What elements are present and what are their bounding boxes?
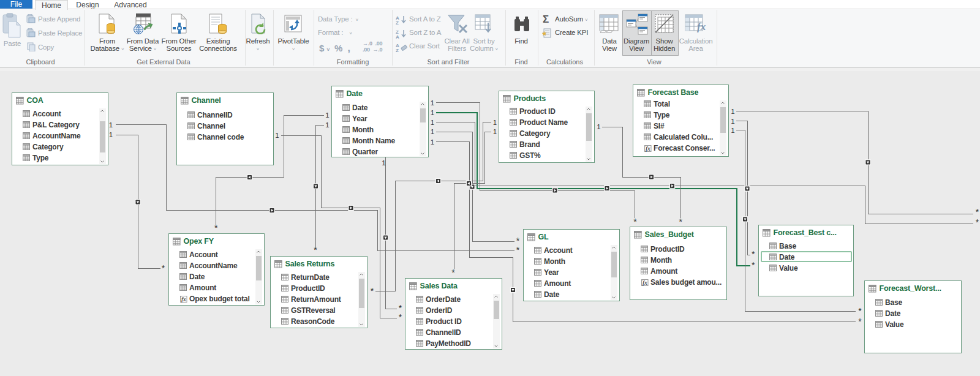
svg-text:fx: fx — [181, 296, 186, 303]
svg-text:fx: fx — [643, 280, 647, 286]
svg-text:*: * — [858, 306, 862, 316]
svg-text:1: 1 — [431, 99, 434, 107]
svg-text:*: * — [162, 263, 165, 273]
svg-text:*: * — [858, 317, 862, 326]
svg-text:1: 1 — [431, 138, 434, 146]
svg-text:*: * — [399, 312, 402, 322]
svg-text:1: 1 — [431, 109, 434, 116]
svg-text:*: * — [679, 217, 683, 227]
svg-text:*: * — [633, 217, 637, 227]
svg-text:1: 1 — [493, 128, 497, 135]
svg-text:1: 1 — [731, 108, 734, 115]
svg-text:1: 1 — [493, 119, 497, 126]
svg-text:*: * — [314, 245, 317, 255]
svg-text:*: * — [976, 207, 979, 217]
svg-text:*: * — [451, 268, 455, 277]
svg-text:*: * — [214, 223, 218, 233]
svg-text:1: 1 — [325, 111, 329, 119]
svg-text:*: * — [399, 303, 402, 313]
svg-text:*: * — [976, 217, 979, 227]
svg-text:1: 1 — [275, 132, 279, 139]
svg-text:fx: fx — [646, 146, 650, 152]
svg-text:*: * — [516, 245, 520, 255]
svg-text:1: 1 — [731, 118, 734, 125]
svg-text:1: 1 — [731, 127, 734, 134]
svg-text:1: 1 — [597, 123, 600, 130]
svg-text:1: 1 — [431, 128, 434, 135]
svg-text:1: 1 — [109, 121, 113, 129]
svg-text:1: 1 — [431, 119, 434, 126]
svg-text:*: * — [516, 236, 520, 246]
svg-text:*: * — [371, 286, 374, 296]
svg-text:*: * — [752, 260, 755, 270]
svg-text:1: 1 — [109, 131, 113, 138]
svg-text:1: 1 — [382, 159, 385, 167]
svg-text:1: 1 — [325, 121, 329, 129]
svg-text:*: * — [752, 249, 755, 259]
